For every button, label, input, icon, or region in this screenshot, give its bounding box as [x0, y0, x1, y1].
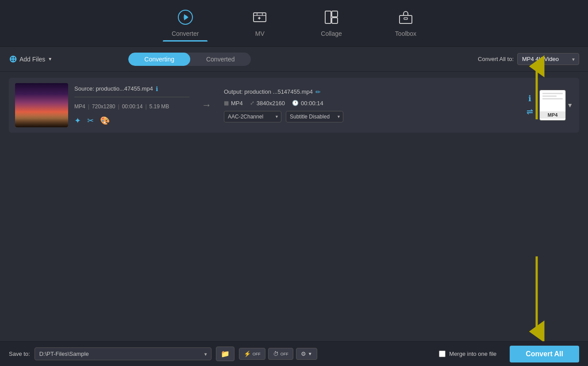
bottom-bar: Save to: ▼ 📁 ⚡ OFF ⏱ OFF ⚙ ▼ Merge into …	[0, 341, 588, 366]
output-dropdowns: AAC-2Channel Subtitle Disabled	[224, 111, 516, 122]
toolbox-icon	[398, 9, 414, 27]
clock-icon: 🕐	[292, 100, 299, 106]
top-navigation: Converter MV Collage	[0, 0, 588, 47]
meta-sep1: |	[88, 103, 89, 110]
output-metadata: ▦ MP4 ⤢ 3840x2160 🕐 00:00:14	[224, 100, 516, 107]
output-resolution-item: ⤢ 3840x2160	[250, 100, 285, 107]
save-path-dropdown-icon: ▼	[204, 351, 208, 356]
nav-mv-label: MV	[255, 30, 265, 37]
subtitle-select[interactable]: Subtitle Disabled	[286, 111, 343, 122]
file-resolution: 720x1280	[92, 103, 115, 110]
format-line-1	[542, 93, 563, 94]
svg-rect-4	[325, 11, 331, 23]
effects-icon[interactable]: ✦	[74, 116, 81, 126]
gear-icon: ⚙	[301, 351, 306, 357]
bottom-tools: ⚡ OFF ⏱ OFF ⚙ ▼	[239, 348, 317, 360]
output-codec-item: ▦ MP4	[224, 100, 243, 107]
svg-rect-8	[404, 18, 407, 19]
plus-icon: ⊕	[9, 53, 17, 65]
nav-toolbox-label: Toolbox	[395, 30, 416, 37]
edit-output-icon[interactable]: ✏	[315, 88, 321, 95]
tab-converted[interactable]: Converted	[190, 53, 251, 66]
nav-mv[interactable]: MV	[243, 6, 277, 41]
nav-converter-label: Converter	[172, 30, 199, 37]
tab-group: Converting Converted	[128, 53, 250, 66]
info-button[interactable]: ℹ	[528, 94, 531, 103]
mv-icon	[252, 9, 268, 27]
source-label: Source: productio...47455.mp4	[74, 85, 153, 92]
audio-channel-select[interactable]: AAC-2Channel	[224, 111, 281, 122]
schedule-icon: ⏱	[273, 351, 279, 357]
settings-tool-button[interactable]: ⚙ ▼	[296, 348, 317, 360]
file-codec: MP4	[74, 103, 85, 110]
right-arrow-icon: →	[202, 99, 211, 111]
video-thumbnail	[15, 83, 68, 127]
flash-icon: ⚡	[244, 351, 251, 357]
format-line-3	[542, 98, 563, 99]
svg-rect-5	[332, 11, 338, 17]
output-info: Output: production ...5147455.mp4 ✏ ▦ MP…	[224, 88, 516, 122]
save-path-input[interactable]	[35, 347, 211, 360]
output-codec: MP4	[231, 100, 243, 107]
add-files-dropdown-arrow: ▼	[48, 57, 52, 61]
resolution-icon: ⤢	[250, 100, 254, 106]
file-source-info: Source: productio...47455.mp4 ℹ MP4 | 72…	[74, 85, 189, 126]
output-path: Output: production ...5147455.mp4 ✏	[224, 88, 516, 95]
nav-collage-label: Collage	[321, 30, 342, 37]
tab-converting[interactable]: Converting	[128, 53, 190, 66]
file-actions: ✦ ✂ 🎨	[74, 116, 189, 126]
nav-collage[interactable]: Collage	[312, 6, 350, 41]
flash-tool-button[interactable]: ⚡ OFF	[239, 348, 265, 360]
format-lines	[542, 93, 563, 101]
settings-button[interactable]: ⇌	[527, 107, 533, 117]
color-icon[interactable]: 🎨	[100, 116, 110, 126]
audio-select-wrapper: AAC-2Channel	[224, 111, 281, 122]
open-folder-button[interactable]: 📁	[216, 347, 234, 361]
nav-toolbox[interactable]: Toolbox	[386, 6, 425, 41]
save-to-label: Save to:	[9, 351, 30, 357]
file-list: Source: productio...47455.mp4 ℹ MP4 | 72…	[0, 72, 588, 137]
meta-sep3: |	[145, 103, 146, 110]
toolbar: ⊕ Add Files ▼ Converting Converted Conve…	[0, 47, 588, 72]
cut-icon[interactable]: ✂	[87, 116, 94, 126]
merge-wrapper: Merge into one file	[439, 351, 496, 357]
collage-icon	[323, 9, 339, 27]
format-select-wrapper: MP4 4K Video	[517, 53, 579, 65]
source-path: Source: productio...47455.mp4 ℹ	[74, 85, 189, 92]
video-format-icon: ▦	[224, 100, 229, 106]
output-duration: 00:00:14	[301, 100, 323, 107]
converter-icon	[177, 9, 193, 27]
file-duration: 00:00:14	[122, 103, 143, 110]
convert-arrow: →	[196, 99, 218, 111]
table-row: Source: productio...47455.mp4 ℹ MP4 | 72…	[9, 78, 579, 133]
format-select[interactable]: MP4 4K Video	[517, 53, 579, 65]
file-size: 5.19 MB	[150, 103, 169, 110]
subtitle-select-wrapper: Subtitle Disabled	[286, 111, 343, 122]
nav-converter[interactable]: Converter	[163, 6, 208, 41]
format-line-2	[542, 95, 557, 97]
format-thumb-dropdown-icon[interactable]: ▼	[567, 102, 573, 109]
source-info-icon[interactable]: ℹ	[156, 85, 158, 92]
settings-dropdown-arrow: ▼	[308, 351, 312, 356]
schedule-tool-button[interactable]: ⏱ OFF	[268, 348, 293, 360]
convert-all-button[interactable]: Convert All	[510, 346, 579, 362]
output-duration-item: 🕐 00:00:14	[292, 100, 323, 107]
format-thumbnail-wrap: MP4 ▼	[539, 90, 573, 121]
merge-label: Merge into one file	[449, 351, 496, 357]
annotation-arrow-down	[532, 256, 541, 336]
svg-rect-6	[332, 18, 338, 23]
flash-off-label: OFF	[253, 352, 261, 356]
format-thumbnail: MP4	[539, 90, 566, 121]
svg-point-2	[183, 15, 188, 19]
meta-sep2: |	[118, 103, 119, 110]
merge-checkbox[interactable]	[439, 351, 446, 357]
convert-all-to-label: Convert All to:	[478, 56, 514, 62]
file-metadata: MP4 | 720x1280 | 00:00:14 | 5.19 MB	[74, 103, 189, 110]
add-files-label: Add Files	[19, 56, 45, 63]
add-files-button[interactable]: ⊕ Add Files ▼	[9, 53, 52, 65]
schedule-off-label: OFF	[281, 352, 288, 356]
format-thumb-label: MP4	[540, 111, 565, 118]
row-action-icons: ℹ ⇌	[527, 94, 533, 117]
convert-all-to: Convert All to: MP4 4K Video	[478, 53, 579, 65]
output-resolution: 3840x2160	[257, 100, 285, 107]
